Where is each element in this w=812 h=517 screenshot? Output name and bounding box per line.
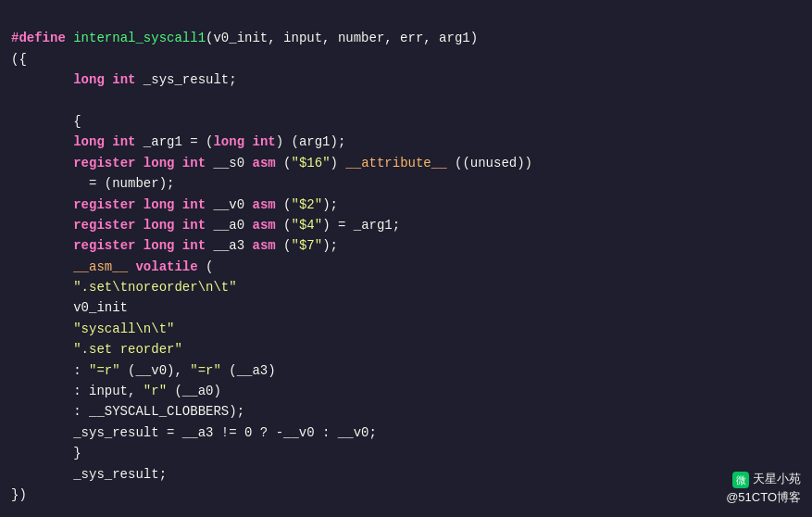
watermark-handle: @51CTO博客 <box>726 490 801 504</box>
code-container: #define internal_syscall1(v0_init, input… <box>0 0 812 517</box>
watermark-name: 天星小苑 <box>753 472 801 485</box>
watermark: 微天星小苑 @51CTO博客 <box>726 470 801 506</box>
code-block: #define internal_syscall1(v0_init, input… <box>11 7 801 517</box>
watermark-icon: 微 <box>732 472 749 488</box>
macro-name: internal_syscall1 <box>73 31 206 45</box>
define-keyword: #define <box>11 31 66 45</box>
